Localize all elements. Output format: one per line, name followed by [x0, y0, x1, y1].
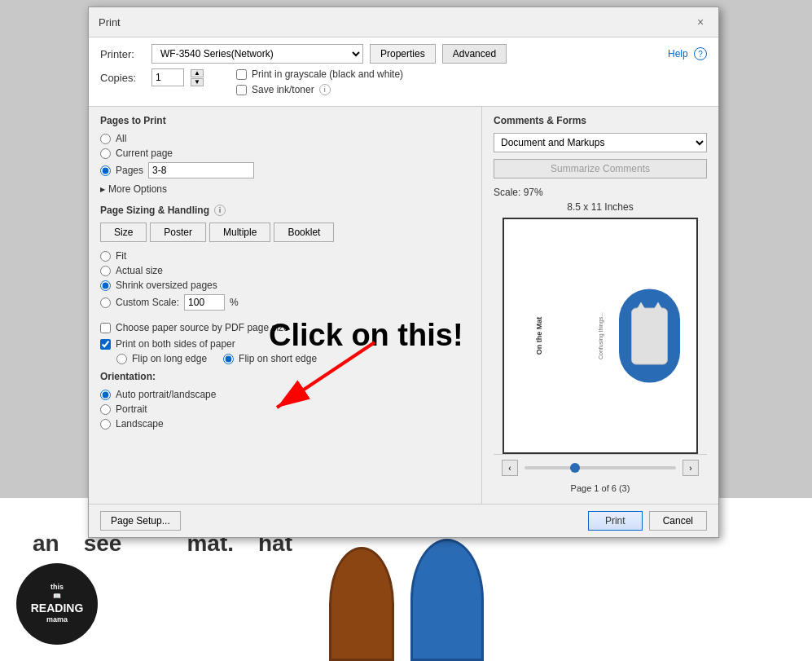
- nav-slider-thumb: [570, 463, 580, 473]
- flip-short-radio[interactable]: [223, 354, 234, 364]
- printer-row: Printer: WF-3540 Series(Network) Propert…: [100, 44, 707, 64]
- logo-icon: 📖: [53, 593, 61, 601]
- landscape-radio[interactable]: [100, 419, 111, 430]
- nav-slider[interactable]: [525, 466, 676, 469]
- multiple-button[interactable]: Multiple: [209, 223, 270, 242]
- dialog-footer: Page Setup... Print Cancel: [89, 504, 718, 537]
- pages-radio-group: All Current page Pages: [100, 133, 470, 178]
- orientation-section: Orientation: Auto portrait/landscape Por…: [100, 371, 470, 430]
- page-sizing-title: Page Sizing & Handling i: [100, 205, 470, 216]
- preview-book-subtitle: Confusing things...: [598, 312, 604, 359]
- preview-content: On the Mat Confusing things...: [504, 219, 696, 452]
- copies-options-row: Copies: ▲ ▼ Print in grayscale (black an…: [100, 68, 707, 106]
- choose-paper-label: Choose paper source by PDF page size: [116, 322, 289, 333]
- scale-text: Scale: 97%: [494, 187, 707, 198]
- portrait-label: Portrait: [116, 403, 147, 415]
- poster-button[interactable]: Poster: [150, 223, 206, 242]
- current-page-radio[interactable]: [100, 148, 111, 159]
- pages-range-row: Pages: [100, 162, 470, 178]
- main-content: Pages to Print All Current page Pages ▶: [89, 106, 718, 504]
- pages-range-label: Pages: [116, 165, 143, 176]
- flip-short-row: Flip on short edge: [223, 353, 317, 364]
- preview-oval: [619, 289, 680, 383]
- custom-scale-row: Custom Scale: %: [100, 294, 470, 311]
- current-page-label: Current page: [116, 148, 173, 159]
- save-ink-row: Save ink/toner i: [236, 84, 403, 95]
- more-options-triangle: ▶: [100, 186, 105, 193]
- landscape-row: Landscape: [100, 418, 470, 430]
- percent-label: %: [230, 297, 239, 308]
- shrink-row: Shrink oversized pages: [100, 280, 470, 291]
- booklet-button[interactable]: Booklet: [274, 223, 334, 242]
- pages-range-input[interactable]: [148, 162, 254, 178]
- choose-paper-row: Choose paper source by PDF page size: [100, 322, 470, 333]
- auto-orientation-radio[interactable]: [100, 390, 111, 400]
- shrink-label: Shrink oversized pages: [116, 280, 217, 291]
- landscape-label: Landscape: [116, 418, 164, 430]
- flip-long-row: Flip on long edge: [116, 353, 207, 364]
- close-button[interactable]: ×: [692, 14, 709, 30]
- comments-forms-select[interactable]: Document and Markups: [494, 133, 707, 152]
- printer-select[interactable]: WF-3540 Series(Network): [151, 44, 363, 64]
- copies-input[interactable]: [151, 68, 184, 86]
- logo: this 📖 READING mama: [16, 563, 98, 645]
- actual-size-radio[interactable]: [100, 266, 111, 276]
- nav-prev-button[interactable]: ‹: [502, 460, 518, 476]
- sizing-radio-group: Fit Actual size Shrink oversized pages C…: [100, 250, 470, 317]
- actual-size-row: Actual size: [100, 265, 470, 276]
- custom-scale-radio[interactable]: [100, 297, 111, 308]
- size-button[interactable]: Size: [100, 223, 147, 242]
- nav-bar: ‹ ›: [494, 454, 707, 481]
- all-radio[interactable]: [100, 134, 111, 144]
- spinner-up[interactable]: ▲: [191, 69, 204, 77]
- dialog-titlebar: Print ×: [89, 7, 718, 37]
- summarize-comments-button[interactable]: Summarize Comments: [494, 159, 707, 178]
- nav-next-button[interactable]: ›: [683, 460, 699, 476]
- page-sizing-info-icon: i: [214, 205, 226, 216]
- shrink-radio[interactable]: [100, 280, 111, 291]
- print-button[interactable]: Print: [588, 511, 643, 531]
- fit-label: Fit: [116, 250, 126, 262]
- duplex-label: Print on both sides of paper: [116, 338, 235, 350]
- flip-long-radio[interactable]: [116, 354, 127, 364]
- save-ink-label: Save ink/toner: [252, 84, 314, 95]
- grayscale-checkbox[interactable]: [236, 69, 247, 80]
- pages-to-print-title: Pages to Print: [100, 115, 470, 126]
- grayscale-row: Print in grayscale (black and white): [236, 68, 403, 80]
- preview-box: On the Mat Confusing things...: [503, 218, 698, 454]
- advanced-button[interactable]: Advanced: [442, 44, 507, 64]
- header-area: Printer: WF-3540 Series(Network) Propert…: [89, 37, 718, 106]
- current-page-row: Current page: [100, 148, 470, 159]
- page-setup-button[interactable]: Page Setup...: [100, 511, 181, 531]
- cancel-button[interactable]: Cancel: [649, 511, 707, 531]
- copies-spinner: ▲ ▼: [191, 69, 204, 86]
- pages-range-radio[interactable]: [100, 165, 111, 176]
- orientation-title: Orientation:: [100, 371, 470, 382]
- spinner-down[interactable]: ▼: [191, 78, 204, 86]
- preview-cat: [631, 307, 668, 364]
- help-link[interactable]: Help ?: [668, 47, 707, 60]
- preview-book-title: On the Mat: [535, 317, 543, 355]
- copies-row: Copies: ▲ ▼: [100, 68, 204, 86]
- portrait-radio[interactable]: [100, 404, 111, 415]
- all-label: All: [116, 133, 126, 144]
- all-pages-row: All: [100, 133, 470, 144]
- dialog-title: Print: [99, 16, 121, 29]
- flip-short-label: Flip on short edge: [239, 353, 317, 364]
- right-panel: Comments & Forms Document and Markups Su…: [482, 107, 718, 504]
- bg-word-1: an: [33, 522, 59, 557]
- more-options-toggle[interactable]: ▶ More Options: [100, 183, 470, 195]
- fit-radio[interactable]: [100, 251, 111, 262]
- properties-button[interactable]: Properties: [370, 44, 436, 64]
- save-ink-checkbox[interactable]: [236, 85, 247, 95]
- custom-scale-label: Custom Scale:: [116, 297, 179, 308]
- scale-input[interactable]: [184, 294, 225, 311]
- auto-orientation-row: Auto portrait/landscape: [100, 389, 470, 400]
- duplex-checkbox[interactable]: [100, 339, 111, 350]
- choose-paper-checkbox[interactable]: [100, 323, 111, 333]
- orientation-radio-group: Auto portrait/landscape Portrait Landsca…: [100, 389, 470, 430]
- flip-long-label: Flip on long edge: [132, 353, 207, 364]
- logo-reading: READING: [31, 601, 84, 615]
- actual-size-label: Actual size: [116, 265, 163, 276]
- help-icon: ?: [694, 47, 707, 60]
